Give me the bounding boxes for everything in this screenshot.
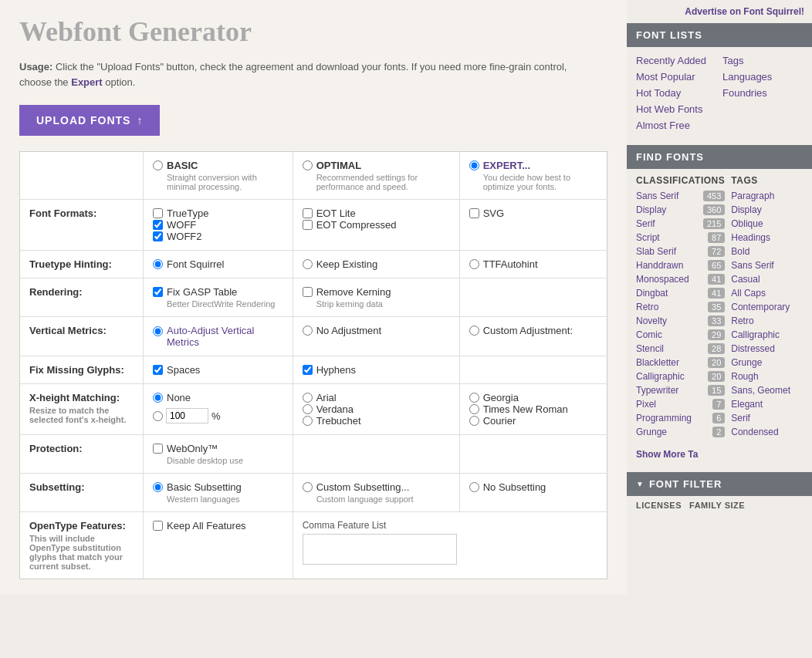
- tag-calligraphic: Calligraphic: [731, 328, 803, 342]
- subsetting-basic-radio[interactable]: [153, 482, 163, 492]
- protection-empty1: [293, 435, 459, 474]
- subsetting-none-radio[interactable]: [469, 482, 479, 492]
- format-woff2-checkbox[interactable]: [153, 231, 163, 241]
- hinting-fontsquirrel[interactable]: Font Squirrel: [153, 258, 283, 270]
- hinting-keepexisting[interactable]: Keep Existing: [303, 258, 450, 270]
- format-woff-checkbox[interactable]: [153, 220, 163, 230]
- xheight-times[interactable]: Times New Roman: [469, 403, 597, 415]
- subsetting-custom[interactable]: Custom Subsetting...: [303, 481, 450, 493]
- usage-expert-link[interactable]: Expert: [71, 76, 102, 88]
- xheight-trebuchet[interactable]: Trebuchet: [303, 415, 450, 427]
- xheight-georgia-radio[interactable]: [469, 393, 479, 403]
- hinting-keepexisting-radio[interactable]: [303, 259, 313, 269]
- mode-optimal-radio[interactable]: [303, 160, 313, 170]
- font-filter-section: ▼ FONT FILTER LICENSES FAMILY SIZE: [627, 472, 812, 513]
- missing-glyphs-spaces[interactable]: Spaces: [153, 364, 283, 376]
- xheight-none[interactable]: None: [153, 392, 283, 403]
- vertical-metrics-label: Vertical Metrics:: [20, 317, 144, 356]
- format-eot-compressed[interactable]: EOT Compressed: [303, 219, 450, 231]
- xheight-verdana-radio[interactable]: [303, 404, 313, 414]
- opentype-keepall[interactable]: Keep All Features: [153, 520, 283, 531]
- settings-table: BASIC Straight conversion with minimal p…: [19, 151, 607, 579]
- font-list-hot-web-fonts[interactable]: Hot Web Fonts: [636, 102, 716, 116]
- advertise-link[interactable]: Advertise on Font Squirrel!: [685, 6, 804, 17]
- mode-basic-radio[interactable]: [153, 160, 163, 170]
- rendering-gasp-cell: Fix GASP Table Better DirectWrite Render…: [144, 278, 293, 317]
- font-list-most-popular[interactable]: Most Popular: [636, 69, 716, 84]
- rendering-remove-kerning[interactable]: Remove Kerning: [303, 286, 450, 298]
- format-woff2[interactable]: WOFF2: [153, 231, 283, 242]
- vertical-metrics-auto-radio[interactable]: [153, 326, 163, 336]
- tag-headings: Headings: [731, 231, 803, 245]
- xheight-courier-radio[interactable]: [469, 416, 479, 426]
- rendering-fix-gasp-checkbox[interactable]: [153, 287, 163, 297]
- rendering-row: Rendering: Fix GASP Table Better DirectW…: [20, 278, 607, 317]
- tag-sans-geomet: Sans, Geomet: [731, 383, 803, 397]
- font-list-tags[interactable]: Tags: [722, 53, 803, 68]
- hinting-ttfautohint[interactable]: TTFAutohint: [469, 258, 597, 270]
- hinting-ttfautohint-radio[interactable]: [469, 259, 479, 269]
- missing-glyphs-empty-cell: [459, 356, 607, 384]
- opentype-feature-list-label: Comma Feature List: [303, 520, 597, 531]
- xheight-georgia[interactable]: Georgia: [469, 392, 597, 403]
- format-svg-checkbox[interactable]: [469, 208, 479, 218]
- format-woff[interactable]: WOFF: [153, 219, 283, 231]
- font-list-languages[interactable]: Languages: [722, 69, 803, 84]
- xheight-arial-radio[interactable]: [303, 393, 313, 403]
- show-more-tags-link[interactable]: Show More Ta: [636, 449, 698, 460]
- tag-display: Display: [731, 203, 803, 217]
- missing-glyphs-hyphens[interactable]: Hyphens: [303, 364, 450, 376]
- upload-fonts-button[interactable]: UPLOAD FONTS ↑: [19, 105, 160, 136]
- protection-webonly-desc: Disable desktop use: [167, 456, 283, 465]
- xheight-courier[interactable]: Courier: [469, 415, 597, 427]
- xheight-times-radio[interactable]: [469, 404, 479, 414]
- xheight-none-radio[interactable]: [153, 393, 163, 403]
- format-truetype-checkbox[interactable]: [153, 208, 163, 218]
- missing-glyphs-spaces-checkbox[interactable]: [153, 365, 163, 375]
- mode-optimal-label[interactable]: OPTIMAL: [303, 160, 450, 171]
- vertical-metrics-auto[interactable]: Auto-Adjust Vertical Metrics: [153, 325, 283, 348]
- font-list-recently-added[interactable]: Recently Added: [636, 53, 716, 68]
- classif-novelty: Novelty33: [636, 314, 725, 328]
- classif-sans-serif: Sans Serif453: [636, 189, 725, 203]
- triangle-icon: ▼: [636, 480, 645, 488]
- mode-basic-label[interactable]: BASIC: [153, 160, 283, 171]
- format-eot-compressed-checkbox[interactable]: [303, 220, 313, 230]
- font-list-hot-today[interactable]: Hot Today: [636, 86, 716, 100]
- vertical-metrics-custom-radio[interactable]: [469, 326, 479, 336]
- format-eot-lite[interactable]: EOT Lite: [303, 208, 450, 219]
- opentype-feature-list-input[interactable]: [303, 534, 457, 565]
- xheight-col3: Georgia Times New Roman Courier: [459, 384, 607, 435]
- rendering-remove-kerning-checkbox[interactable]: [303, 287, 313, 297]
- xheight-value-input[interactable]: [166, 408, 208, 423]
- vertical-metrics-none-radio[interactable]: [303, 326, 313, 336]
- xheight-trebuchet-radio[interactable]: [303, 416, 313, 426]
- format-eot-lite-checkbox[interactable]: [303, 208, 313, 218]
- subsetting-custom-radio[interactable]: [303, 482, 313, 492]
- classif-comic: Comic29: [636, 328, 725, 342]
- tags-header: TAGS: [731, 175, 803, 189]
- subsetting-none[interactable]: No Subsetting: [469, 481, 597, 493]
- xheight-custom-radio[interactable]: [153, 411, 163, 421]
- format-svg[interactable]: SVG: [469, 208, 597, 219]
- mode-row: BASIC Straight conversion with minimal p…: [20, 152, 607, 200]
- hinting-fontsquirrel-radio[interactable]: [153, 259, 163, 269]
- vertical-metrics-custom[interactable]: Custom Adjustment:: [469, 325, 597, 336]
- mode-expert-radio[interactable]: [469, 160, 479, 170]
- format-truetype[interactable]: TrueType: [153, 208, 283, 219]
- tag-serif: Serif: [731, 411, 803, 425]
- mode-optimal-text: OPTIMAL: [316, 160, 362, 171]
- mode-expert-label[interactable]: EXPERT...: [469, 160, 597, 171]
- font-list-almost-free[interactable]: Almost Free: [636, 118, 716, 133]
- font-list-foundries[interactable]: Foundries: [722, 86, 803, 100]
- protection-webonly[interactable]: WebOnly™: [153, 443, 283, 454]
- opentype-keepall-checkbox[interactable]: [153, 521, 163, 531]
- xheight-verdana[interactable]: Verdana: [303, 403, 450, 415]
- vertical-metrics-none[interactable]: No Adjustment: [303, 325, 450, 336]
- missing-glyphs-hyphens-checkbox[interactable]: [303, 365, 313, 375]
- xheight-arial[interactable]: Arial: [303, 392, 450, 403]
- rendering-fix-gasp[interactable]: Fix GASP Table: [153, 286, 283, 298]
- classif-pixel: Pixel7: [636, 397, 725, 411]
- subsetting-basic[interactable]: Basic Subsetting: [153, 481, 283, 493]
- protection-webonly-checkbox[interactable]: [153, 444, 163, 454]
